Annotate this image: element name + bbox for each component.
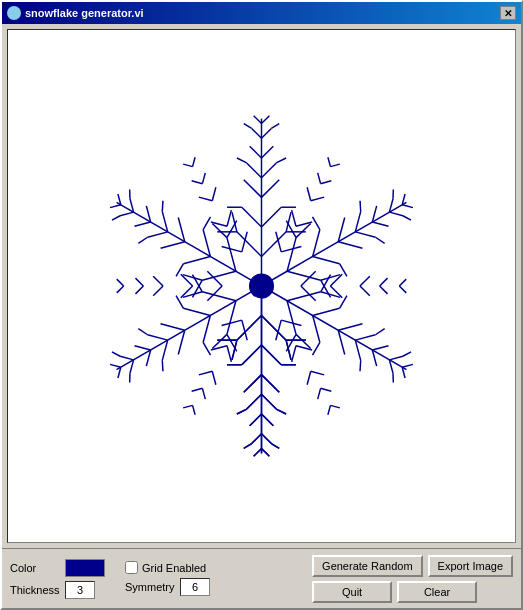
svg-line-193 — [399, 279, 406, 286]
svg-line-92 — [372, 340, 388, 356]
color-label: Color — [10, 562, 60, 574]
svg-line-162 — [169, 217, 193, 241]
svg-line-112 — [244, 375, 262, 393]
svg-line-233 — [183, 161, 192, 170]
svg-line-19 — [252, 128, 262, 138]
svg-line-141 — [138, 326, 147, 337]
app-icon — [7, 6, 21, 20]
svg-line-76 — [287, 279, 321, 313]
svg-line-203 — [330, 402, 339, 411]
svg-line-150 — [117, 202, 262, 286]
svg-line-205 — [234, 320, 254, 340]
svg-line-52 — [287, 259, 321, 293]
grid-enabled-label: Grid Enabled — [142, 562, 206, 574]
svg-line-69 — [384, 199, 397, 212]
svg-line-204 — [324, 405, 333, 414]
svg-line-117 — [262, 414, 274, 426]
close-button[interactable]: ✕ — [500, 6, 516, 20]
svg-line-121 — [271, 444, 279, 449]
svg-line-180 — [311, 192, 324, 205]
svg-line-101 — [262, 316, 287, 341]
svg-line-231 — [192, 177, 203, 188]
svg-line-196 — [268, 320, 288, 340]
svg-line-152 — [215, 238, 249, 272]
svg-line-107 — [262, 345, 282, 365]
svg-line-50 — [262, 202, 407, 286]
svg-line-199 — [311, 366, 324, 379]
svg-line-85 — [312, 342, 319, 355]
svg-line-140 — [158, 360, 167, 371]
svg-line-232 — [198, 173, 209, 184]
svg-line-12 — [262, 180, 280, 198]
grid-enabled-checkbox[interactable] — [125, 561, 138, 574]
svg-line-66 — [375, 235, 384, 246]
svg-line-131 — [183, 287, 203, 301]
svg-line-189 — [360, 276, 370, 286]
svg-line-234 — [189, 157, 198, 166]
thickness-input[interactable] — [65, 581, 95, 599]
svg-line-89 — [348, 340, 368, 360]
svg-line-125 — [117, 286, 262, 370]
svg-line-74 — [402, 201, 413, 212]
svg-line-160 — [203, 217, 210, 230]
svg-line-161 — [161, 233, 185, 257]
btn-row-bottom: Quit Clear — [312, 581, 513, 603]
svg-line-137 — [161, 315, 185, 339]
svg-line-133 — [183, 298, 210, 325]
svg-line-213 — [189, 405, 198, 414]
svg-line-98 — [402, 360, 413, 371]
svg-line-90 — [375, 326, 384, 337]
svg-line-108 — [242, 345, 262, 365]
button-group: Generate Random Export Image Quit Clear — [312, 555, 513, 603]
export-image-button[interactable]: Export Image — [428, 555, 513, 577]
svg-line-127 — [202, 279, 236, 313]
svg-line-147 — [112, 349, 120, 358]
middle-controls: Grid Enabled Symmetry — [115, 561, 302, 596]
svg-line-56 — [321, 270, 341, 284]
title-bar: snowflake generator.vi ✕ — [2, 2, 521, 24]
svg-line-84 — [340, 296, 347, 309]
svg-line-223 — [117, 286, 124, 293]
svg-line-15 — [237, 158, 247, 163]
svg-line-226 — [234, 232, 254, 252]
svg-line-94 — [389, 351, 402, 364]
svg-line-83 — [303, 316, 330, 343]
svg-line-220 — [153, 276, 163, 286]
svg-line-22 — [271, 124, 279, 129]
svg-line-68 — [372, 216, 388, 232]
svg-line-181 — [314, 173, 325, 184]
generate-random-button[interactable]: Generate Random — [312, 555, 423, 577]
svg-line-120 — [252, 434, 262, 444]
svg-line-209 — [207, 371, 220, 384]
svg-line-14 — [262, 163, 277, 178]
svg-line-173 — [110, 201, 121, 212]
svg-line-183 — [324, 157, 333, 166]
quit-button[interactable]: Quit — [312, 581, 392, 603]
clear-button[interactable]: Clear — [397, 581, 477, 603]
symmetry-input[interactable] — [180, 578, 210, 596]
color-row: Color — [10, 559, 105, 577]
window-title: snowflake generator.vi — [25, 7, 144, 19]
svg-line-23 — [254, 116, 262, 124]
svg-line-126 — [215, 301, 249, 335]
svg-line-179 — [302, 187, 315, 200]
svg-line-200 — [302, 371, 315, 384]
svg-line-151 — [202, 259, 236, 293]
svg-line-20 — [262, 128, 272, 138]
thickness-label: Thickness — [10, 584, 60, 596]
svg-line-113 — [262, 394, 277, 409]
svg-point-235 — [250, 274, 274, 298]
svg-line-192 — [380, 286, 388, 294]
svg-line-214 — [183, 402, 192, 411]
symmetry-row: Symmetry — [125, 578, 302, 596]
svg-line-63 — [348, 212, 368, 232]
svg-line-1 — [237, 232, 262, 257]
svg-line-143 — [135, 340, 151, 356]
color-swatch[interactable] — [65, 559, 105, 577]
svg-line-168 — [140, 206, 156, 222]
svg-line-24 — [262, 116, 270, 124]
svg-line-224 — [117, 279, 124, 286]
svg-line-70 — [389, 207, 402, 220]
svg-line-13 — [247, 163, 262, 178]
svg-line-96 — [403, 349, 411, 358]
